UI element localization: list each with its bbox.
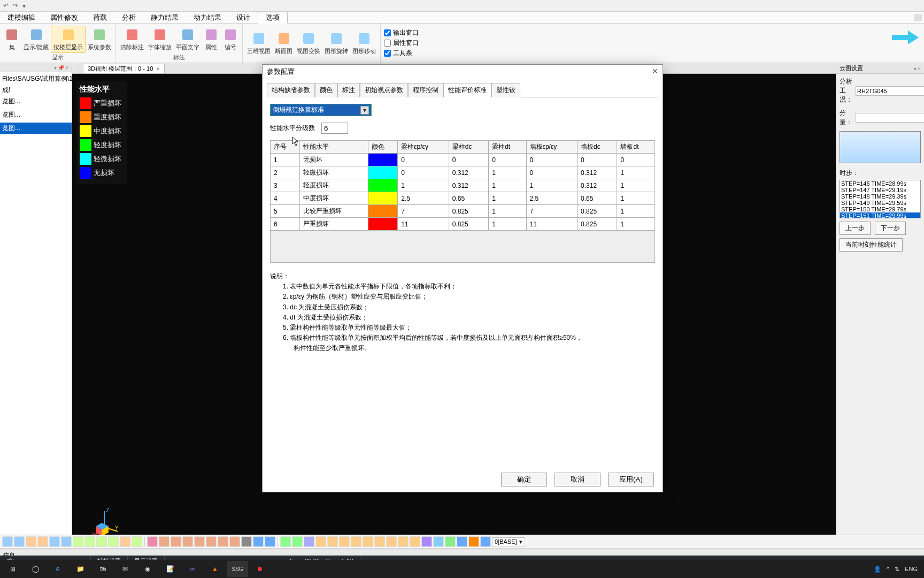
- chrome-icon[interactable]: ◉: [137, 561, 158, 577]
- toolbar-view-icon-8[interactable]: [241, 536, 252, 547]
- toolbar-color-icon-12[interactable]: [421, 536, 432, 547]
- toolbar-color-icon-11[interactable]: [410, 536, 420, 547]
- tray-people-icon[interactable]: 👤: [874, 566, 881, 573]
- menu-4[interactable]: 静力结果: [143, 12, 186, 23]
- left-tree[interactable]: Files\SAUSG\试用算例\10层...成!览图...览图...览图...: [0, 72, 72, 549]
- dlg-tab-5[interactable]: 性能评价标准: [443, 83, 491, 97]
- toolbar-icon-10[interactable]: [120, 536, 130, 547]
- ribbon-btn-系统参数[interactable]: 系统参数: [86, 26, 113, 52]
- base-combo[interactable]: 0[BASE]▾: [492, 537, 525, 546]
- notes-icon[interactable]: 📝: [159, 561, 181, 577]
- toolbar-icon-1[interactable]: [14, 536, 25, 547]
- menu-0[interactable]: 建模编辑: [0, 12, 43, 23]
- dlg-tab-3[interactable]: 初始视点参数: [360, 83, 408, 97]
- dlg-tab-6[interactable]: 塑性铰: [491, 83, 520, 97]
- ribbon-btn-断面图[interactable]: 断面图: [273, 30, 295, 56]
- toolbar-view-icon-4[interactable]: [194, 536, 205, 547]
- menu-7[interactable]: 选项: [258, 12, 288, 24]
- ribbon-btn-图形旋转[interactable]: 图形旋转: [322, 30, 350, 56]
- dlg-tab-4[interactable]: 程序控制: [408, 83, 443, 97]
- close-icon[interactable]: ×: [65, 65, 68, 71]
- pin-icon[interactable]: ▾: [914, 66, 917, 72]
- apply-button[interactable]: 应用(A): [608, 473, 654, 486]
- qat-dropdown-icon[interactable]: ▾: [22, 2, 30, 10]
- tree-line[interactable]: 成!: [0, 85, 72, 96]
- toolbar-view-icon-1[interactable]: [159, 536, 170, 547]
- color-cell[interactable]: [368, 166, 397, 179]
- toolbar-view-icon-7[interactable]: [229, 536, 240, 547]
- menu-5[interactable]: 动力结果: [186, 12, 229, 23]
- menu-2[interactable]: 荷载: [86, 12, 114, 23]
- step-item[interactable]: STEP=147 TIME=29.19s: [840, 187, 920, 193]
- toolbar-color-icon-8[interactable]: [374, 536, 385, 547]
- toolbar-color-icon-9[interactable]: [386, 536, 397, 547]
- ssg-icon[interactable]: SSG: [227, 561, 248, 577]
- dialog-title-bar[interactable]: 参数配置 ✕: [263, 65, 663, 79]
- color-cell[interactable]: [368, 179, 397, 192]
- edge-icon[interactable]: e: [47, 561, 68, 577]
- tray-ime[interactable]: ENG: [905, 566, 918, 572]
- tree-line[interactable]: Files\SAUSG\试用算例\10层...: [0, 73, 72, 85]
- tree-line[interactable]: 览图...: [0, 109, 72, 120]
- toolbar-icon-2[interactable]: [26, 536, 36, 547]
- toolbar-view-icon-10[interactable]: [265, 536, 275, 547]
- system-tray[interactable]: 👤 ^ ⇅ ENG: [874, 566, 922, 573]
- tray-chevron-icon[interactable]: ^: [887, 566, 889, 572]
- toolbar-icon-0[interactable]: [2, 536, 13, 547]
- chevron-down-icon[interactable]: ▾: [360, 106, 369, 115]
- ribbon-btn-字体缩放[interactable]: 字体缩放: [146, 26, 174, 52]
- close-icon[interactable]: ×: [918, 66, 921, 72]
- qat-redo-icon[interactable]: ↷: [13, 2, 20, 10]
- ribbon-btn-清除标注[interactable]: 清除标注: [118, 26, 146, 52]
- taskbar[interactable]: ⊞ ◯ e 📁 🛍 ✉ ◉ 📝 ∞ ▲ SSG ⏺ 👤 ^ ⇅ ENG: [0, 560, 924, 578]
- start-button[interactable]: ⊞: [2, 561, 24, 577]
- step-item[interactable]: STEP=146 TIME=28.99s: [840, 180, 920, 187]
- ribbon-check-属性窗口[interactable]: 属性窗口: [384, 39, 419, 48]
- ribbon-btn-三维视图[interactable]: 三维视图: [245, 30, 273, 56]
- toolbar-color-icon-2[interactable]: [304, 536, 314, 547]
- toolbar-color-icon-3[interactable]: [315, 536, 326, 547]
- step-list[interactable]: STEP=146 TIME=28.99sSTEP=147 TIME=29.19s…: [840, 180, 921, 218]
- next-arrow-icon[interactable]: [892, 29, 919, 45]
- menu-6[interactable]: 设计: [229, 12, 258, 23]
- ribbon-check-输出窗口[interactable]: 输出窗口: [384, 28, 419, 37]
- stats-button[interactable]: 当前时刻性能统计: [840, 238, 903, 252]
- help-icon[interactable]: [914, 14, 922, 21]
- toolbar-color-icon-17[interactable]: [480, 536, 491, 547]
- toolbar-color-icon-13[interactable]: [433, 536, 444, 547]
- table-row[interactable]: 4中度损坏2.50.6512.50.651: [271, 192, 655, 205]
- menu-3[interactable]: 分析: [114, 12, 143, 23]
- cortana-icon[interactable]: ◯: [25, 561, 46, 577]
- toolbar-icon-6[interactable]: [73, 536, 83, 547]
- tree-line[interactable]: 览图...: [0, 123, 72, 134]
- ribbon-btn-平面文字[interactable]: 平面文字: [174, 26, 202, 52]
- toolbar-color-icon-1[interactable]: [292, 536, 303, 547]
- toolbar-view-icon-9[interactable]: [253, 536, 264, 547]
- toolbar-color-icon-15[interactable]: [457, 536, 467, 547]
- tree-line[interactable]: 览图...: [0, 96, 72, 107]
- toolbar-icon-11[interactable]: [132, 536, 142, 547]
- ribbon-btn-视图变换[interactable]: 视图变换: [295, 30, 322, 56]
- table-row[interactable]: 1无损坏000000: [271, 154, 655, 166]
- table-row[interactable]: 2轻微损坏00.312100.3121: [271, 166, 655, 179]
- ribbon-btn-属性[interactable]: 属性: [202, 26, 221, 52]
- doc-tab[interactable]: 3D视图 楼层范围：0 - 10 ×: [83, 64, 165, 73]
- close-tab-icon[interactable]: ×: [156, 65, 159, 72]
- toolbar-color-icon-7[interactable]: [363, 536, 373, 547]
- toolbar-view-icon-0[interactable]: [147, 536, 158, 547]
- explorer-icon[interactable]: 📁: [70, 561, 91, 577]
- toolbar-icon-3[interactable]: [37, 536, 48, 547]
- toolbar-view-icon-3[interactable]: [182, 536, 193, 547]
- ribbon-btn-图形移动[interactable]: 图形移动: [350, 30, 378, 56]
- vs-icon[interactable]: ∞: [182, 561, 203, 577]
- cancel-button[interactable]: 取消: [555, 473, 600, 486]
- toolbar-color-icon-10[interactable]: [398, 536, 409, 547]
- level-count-input[interactable]: [321, 123, 348, 134]
- toolbar-icon-4[interactable]: [49, 536, 60, 547]
- toolbar-view-icon-6[interactable]: [218, 536, 228, 547]
- dialog-close-icon[interactable]: ✕: [652, 67, 658, 77]
- color-cell[interactable]: [368, 154, 397, 166]
- next-step-button[interactable]: 下一步: [875, 222, 906, 235]
- prev-step-button[interactable]: 上一步: [840, 222, 871, 235]
- qat-undo-icon[interactable]: ↶: [3, 2, 11, 10]
